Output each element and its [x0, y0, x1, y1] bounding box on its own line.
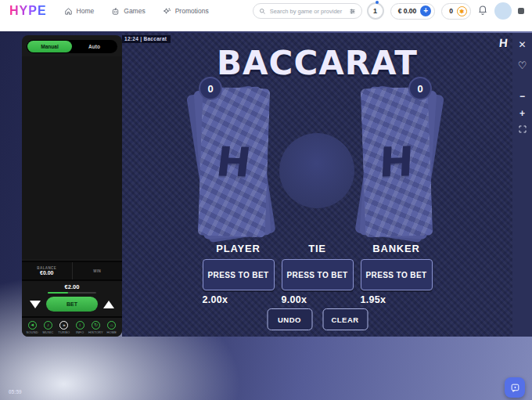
banker-score-value: 0	[417, 83, 422, 95]
history-label: HISTORY	[88, 330, 103, 334]
points-value: 0	[449, 7, 453, 15]
search-input[interactable]	[270, 8, 345, 15]
slider-fill	[48, 292, 68, 294]
game-controls-row: ◄ SOUND ♪ MUSIC » TURBO i INFO ↻ HISTORY…	[22, 316, 122, 337]
heart-icon: ♡	[518, 59, 527, 71]
banker-score-counter: 0	[408, 77, 432, 100]
game-header-label: 12:24 | Baccarat	[122, 35, 171, 43]
history-icon: ↻	[92, 321, 100, 330]
player-bet-button[interactable]: PRESS TO BET	[203, 259, 275, 290]
zoom-out-button[interactable]: −	[517, 91, 528, 102]
tie-bet-column: TIE PRESS TO BET 9.00x	[282, 243, 354, 305]
bet-board	[22, 56, 122, 259]
minus-icon: −	[519, 91, 525, 102]
session-timer: 05:59	[9, 389, 22, 395]
history-control[interactable]: ↻ HISTORY	[89, 321, 102, 334]
bet-amount-value: €2.00	[65, 283, 80, 290]
bet-amount-slider[interactable]	[48, 292, 96, 294]
sound-icon: ◄	[28, 321, 37, 330]
home-icon	[64, 7, 73, 16]
fullscreen-button[interactable]	[517, 124, 528, 135]
coin-glyph: ✱	[460, 9, 465, 14]
turbo-icon: »	[59, 321, 68, 330]
points-pill[interactable]: 0 ✱	[441, 3, 471, 20]
tie-label: TIE	[282, 243, 354, 254]
music-control[interactable]: ♪ MUSIC	[41, 321, 55, 334]
tie-bet-button[interactable]: PRESS TO BET	[282, 259, 354, 290]
player-score-value: 0	[207, 83, 213, 95]
banker-label: BANKER	[361, 243, 433, 254]
top-bar: HYPE Home Games Promotions 1 € 0.00 + 0	[0, 0, 532, 31]
search-bar[interactable]	[253, 3, 362, 19]
nav-promotions[interactable]: Promotions	[163, 7, 209, 16]
win-label: WIN	[93, 269, 101, 273]
bet-button[interactable]: BET	[46, 297, 98, 312]
bet-button-row: BET	[30, 297, 114, 312]
info-control[interactable]: i INFO	[74, 321, 87, 334]
banker-bet-column: BANKER PRESS TO BET 1.95x	[361, 243, 433, 305]
player-card-stack: H 0	[200, 88, 268, 236]
turbo-control[interactable]: » TURBO	[57, 321, 70, 334]
balance-amount: € 0.00	[398, 7, 417, 15]
info-icon: i	[76, 321, 84, 330]
nav-promotions-label: Promotions	[175, 7, 209, 15]
tie-multiplier: 9.00x	[282, 294, 354, 305]
fullscreen-icon	[518, 124, 527, 134]
turbo-label: TURBO	[58, 330, 70, 334]
nav-home-label: Home	[77, 7, 95, 15]
undo-button[interactable]: UNDO	[267, 308, 312, 330]
filter-icon[interactable]	[349, 8, 356, 15]
side-menu-button[interactable]	[518, 8, 524, 14]
balance-pill[interactable]: € 0.00 +	[390, 3, 436, 20]
music-icon: ♪	[44, 321, 52, 330]
zoom-in-button[interactable]: +	[517, 108, 528, 119]
increase-bet-button[interactable]	[103, 301, 114, 308]
player-multiplier: 2.00x	[203, 294, 275, 305]
nav-games[interactable]: Games	[111, 7, 145, 16]
game-toolbar: ✕ ♡ − +	[512, 33, 532, 337]
banker-card-stack: H 0	[363, 88, 430, 236]
decrease-bet-button[interactable]	[30, 301, 41, 308]
close-icon: ✕	[518, 39, 526, 50]
level-value: 1	[373, 7, 377, 15]
card-h-logo: H	[379, 138, 415, 186]
hype-logo[interactable]: HYPE	[9, 4, 47, 18]
sound-label: SOUND	[26, 330, 38, 334]
coin-icon: ✱	[457, 6, 467, 16]
level-badge[interactable]: 1	[367, 2, 384, 20]
notifications-bell[interactable]	[477, 4, 488, 18]
game-canvas: 12:24 | Baccarat H BACCARAT H 0 H 0 PLAY…	[122, 33, 512, 337]
bet-area: PLAYER PRESS TO BET 2.00x TIE PRESS TO B…	[203, 243, 433, 305]
bet-actions: UNDO CLEAR	[267, 308, 368, 330]
support-chat-button[interactable]	[505, 377, 525, 398]
chat-icon	[510, 383, 520, 393]
favorite-button[interactable]: ♡	[517, 59, 528, 70]
main-nav: Home Games Promotions	[64, 7, 209, 16]
plus-icon: +	[519, 108, 525, 119]
promotions-icon	[163, 7, 171, 16]
banker-multiplier: 1.95x	[361, 294, 433, 305]
user-avatar[interactable]	[494, 2, 512, 20]
nav-home[interactable]: Home	[64, 7, 95, 16]
bet-control-panel: Manual Auto BALANCE €0.00 WIN €2.00 BET …	[22, 35, 122, 337]
card-h-logo: H	[214, 138, 254, 186]
home-control[interactable]: ⌂ HOME	[105, 321, 118, 334]
player-score-counter: 0	[199, 77, 222, 100]
banker-bet-button[interactable]: PRESS TO BET	[361, 259, 433, 290]
clear-button[interactable]: CLEAR	[322, 308, 368, 330]
home-label: HOME	[106, 330, 117, 334]
info-label: INFO	[76, 330, 84, 334]
player-label: PLAYER	[203, 243, 275, 254]
balance-cell: BALANCE €0.00	[22, 262, 72, 279]
level-notification-dot	[376, 1, 379, 4]
close-game-button[interactable]: ✕	[517, 39, 528, 50]
sound-control[interactable]: ◄ SOUND	[26, 321, 39, 334]
bet-amount-section: €2.00 BET	[22, 279, 122, 316]
topbar-right: 1 € 0.00 + 0 ✱	[367, 2, 524, 20]
manual-mode-button[interactable]: Manual	[27, 41, 72, 52]
bell-icon	[477, 4, 488, 15]
balance-strip: BALANCE €0.00 WIN	[22, 261, 122, 279]
card-back-top: H	[198, 87, 271, 238]
auto-mode-button[interactable]: Auto	[72, 41, 117, 52]
deposit-plus-icon[interactable]: +	[420, 5, 431, 16]
